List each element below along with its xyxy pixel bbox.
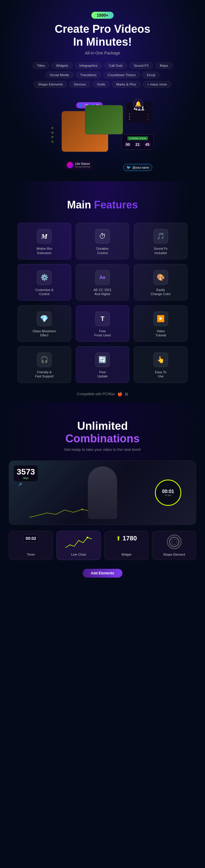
customize-icon: ⚙️: [37, 270, 52, 285]
unlimited-title-accent: Combinations: [65, 432, 139, 445]
countdown-digit-hours: 00: [124, 142, 131, 148]
shape-circle-element: [167, 534, 182, 549]
hero-headline: Create Pro Videos In Minutes!: [6, 23, 199, 48]
motion-bro-icon: M: [37, 229, 52, 244]
chevron-icon-1: »: [51, 126, 54, 130]
tag-transitions: Transitions: [76, 72, 101, 78]
feature-update: 🔄 FreeUpdate: [76, 346, 129, 383]
colon-1: :: [132, 143, 133, 146]
add-elements-container: Add Elements: [9, 566, 196, 578]
tag-callouts: Call Outs: [104, 62, 127, 69]
glass-label: Glass MorphismEffect: [33, 329, 56, 338]
tag-infographics: Infographics: [75, 62, 102, 69]
easy-label: Easy ToUse: [155, 370, 166, 378]
feature-color: 🎨 EasilyChange Color: [134, 264, 187, 301]
timer-card: 00:02 Timer: [9, 531, 53, 560]
timer-circle-label: #1 rpm: [165, 494, 171, 496]
video-label: VideoTutorial: [155, 329, 166, 338]
feature-support: 🎧 Friendly &Fast Support: [18, 346, 71, 383]
color-icon: 🎨: [153, 270, 168, 285]
video-line-chart: [12, 507, 106, 519]
tag-devices: Devices: [69, 81, 90, 88]
glass-icon: 💎: [37, 311, 52, 326]
tags-row-2: Social Media Transitions Countdown Timer…: [6, 72, 199, 78]
timer-circle-number: 00:01: [162, 489, 174, 494]
countdown-digit-seconds: 45: [144, 142, 151, 148]
sound-icon: 🎵: [153, 229, 168, 244]
features-grid: M Motion BroExtension ⏱ DurationControl …: [18, 223, 187, 383]
easy-icon: 👆: [153, 352, 168, 367]
fonts-label: FreeFonts Used: [94, 329, 111, 338]
badge-1500: 1500+: [91, 12, 113, 19]
tag-titles: Titles: [32, 62, 49, 69]
like-nature-text: Like Nature: [75, 162, 90, 165]
tag-emoji: Emoji: [142, 72, 159, 78]
widget-card: ⬆ 1780 Widget: [104, 531, 148, 560]
bell-icon-position: 🔔: [133, 99, 144, 109]
features-title: Main Features: [9, 199, 196, 211]
shape-element-card: Shape Element: [152, 531, 196, 560]
nature-image: [85, 105, 123, 134]
features-title-main: Main: [67, 199, 94, 211]
add-elements-button[interactable]: Add Elements: [83, 569, 122, 578]
tag-maps: Maps: [155, 62, 173, 69]
windows-icon: ⊞: [125, 392, 128, 396]
motion-bro-label: Motion BroExtension: [37, 247, 52, 255]
countdown-digit-minutes: 21: [134, 142, 141, 148]
timer-circle: 00:01 #1 rpm: [155, 479, 181, 506]
features-section: Main Features M Motion BroExtension ⏱ Du…: [0, 181, 205, 402]
tag-widgets: Widgets: [52, 62, 72, 69]
stats-rows: ●— ●— ●—: [129, 113, 149, 121]
tag-countdown: Countdown Timers: [104, 72, 140, 78]
person-icon: 👤: [79, 103, 83, 107]
support-icon: 🎧: [37, 352, 52, 367]
ae-icon: Ae: [95, 270, 110, 285]
tag-shape: Shape Elements: [34, 81, 67, 88]
sound-label: Sound FxIncluded: [154, 247, 168, 255]
color-label: EasilyChange Color: [151, 288, 171, 296]
feature-glass: 💎 Glass MorphismEffect: [18, 305, 71, 342]
update-icon: 🔄: [95, 352, 110, 367]
feature-duration: ⏱ DurationControl: [76, 223, 129, 259]
video-icon: ▶️: [153, 311, 168, 326]
duration-icon: ⏱: [95, 229, 110, 244]
tags-row-1: Titles Widgets Infographics Call Outs So…: [6, 62, 199, 69]
unlimited-subtitle: Get ready to take your video to the next…: [9, 447, 196, 452]
compat-row: Compatible with PC/Mac 🍎 ⊞: [9, 392, 196, 396]
tags-row-3: Shape Elements Devices Grids Marks & Pin…: [6, 81, 199, 88]
timer-small-display: 00:02: [23, 534, 39, 542]
video-preview: 3573 days ↗ 00:01 #1 rpm: [9, 461, 196, 525]
countdown-digits: 00 : 21 : 45: [124, 142, 151, 148]
widget-card-label: Widget: [121, 553, 131, 556]
bell-icon: 🔔: [133, 99, 144, 109]
bottom-cards-row: 00:02 Timer Line Chart ⬆ 1780 Widget: [9, 531, 196, 560]
widget-icon: ⬆: [116, 535, 121, 542]
tag-more: + many more: [143, 81, 171, 88]
chevron-icon-2: »: [51, 130, 54, 135]
line-chart-label: Line Chart: [71, 553, 86, 556]
countdown-box: COMING SOON 00 : 21 : 45: [121, 134, 154, 150]
chevron-icon-4: »: [51, 140, 54, 144]
customize-label: Customize &Control: [35, 288, 53, 296]
duration-label: DurationControl: [96, 247, 109, 255]
feature-fonts: T FreeFonts Used: [76, 305, 129, 342]
twitter-icon: 🐦: [126, 165, 131, 169]
svg-point-1: [87, 537, 88, 538]
shape-element-label: Shape Element: [163, 553, 185, 556]
features-title-accent: Features: [94, 199, 138, 211]
avatar-icon: [67, 162, 73, 168]
apple-icon: 🍎: [117, 392, 122, 396]
unlimited-section: Unlimited Combinations Get ready to take…: [0, 402, 205, 586]
preview-image-overlay: [85, 105, 123, 134]
hero-section: 1500+ Create Pro Videos In Minutes! All-…: [0, 0, 205, 181]
compat-text: Compatible with PC/Mac: [77, 392, 115, 396]
colon-2: :: [142, 143, 143, 146]
tag-marks: Marks & Pins: [112, 81, 141, 88]
feature-ae: Ae AE CC 2021And Higher: [76, 264, 129, 301]
update-label: FreeUpdate: [97, 370, 108, 378]
twitter-username: @your.name: [133, 166, 149, 169]
coming-soon-label: COMING SOON: [127, 136, 148, 140]
feature-customize: ⚙️ Customize &Control: [18, 264, 71, 301]
tag-grids: Grids: [92, 81, 109, 88]
hero-subtitle: All-in-One Package: [6, 51, 199, 55]
